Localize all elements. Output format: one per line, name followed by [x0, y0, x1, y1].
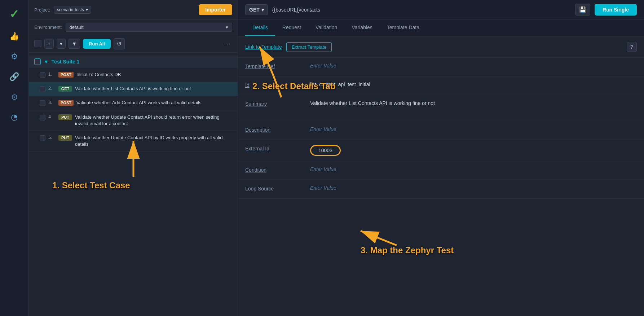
test-checkbox[interactable] — [40, 115, 45, 120]
tab-validation[interactable]: Validation — [308, 19, 344, 36]
field-value-id[interactable]: list_contact_api_test_initial — [310, 82, 637, 87]
left-panel: Project: scenario-tests ▾ Importer Envir… — [29, 0, 238, 316]
test-item[interactable]: 4. PUT Validate whether Update Contact A… — [29, 110, 238, 131]
project-header: Project: scenario-tests ▾ Importer — [29, 0, 238, 20]
tab-template-data[interactable]: Template Data — [380, 19, 427, 36]
field-value-external-id[interactable]: 10003 — [310, 145, 637, 156]
add-dropdown-button[interactable]: ▾ — [57, 39, 66, 49]
test-number: 1. — [48, 71, 56, 77]
test-item[interactable]: 5. PUT Validate whether Update Contact A… — [29, 131, 238, 152]
method-chevron-icon: ▾ — [261, 7, 264, 13]
thumbs-up-icon[interactable]: 👍 — [9, 32, 19, 41]
field-label-id: Id — [245, 82, 303, 88]
tabs-bar: Details Request Validation Variables Tem… — [238, 19, 644, 36]
test-title: Validate whether Add Contact API works w… — [76, 100, 232, 106]
add-button[interactable]: + — [44, 39, 54, 49]
test-title: Validate whether List Contacts API is wo… — [75, 85, 232, 92]
field-label-external-id: External Id — [245, 145, 303, 152]
right-panel: GET ▾ 💾 Run Single Details Request Valid… — [238, 0, 644, 316]
field-label-template-ref: Template Ref — [245, 63, 303, 69]
test-number: 3. — [48, 100, 56, 105]
field-value-loop-source[interactable]: Enter Value — [310, 185, 637, 191]
gear-icon[interactable]: ⚙ — [11, 52, 18, 61]
test-checkbox[interactable] — [40, 86, 45, 92]
method-label: GET — [249, 7, 260, 13]
tab-request[interactable]: Request — [275, 19, 308, 36]
url-bar: GET ▾ 💾 Run Single — [238, 0, 644, 19]
test-checkbox[interactable] — [40, 72, 45, 78]
field-value-summary[interactable]: Validate whether List Contacts API is wo… — [310, 100, 637, 106]
test-item[interactable]: 2. GET Validate whether List Contacts AP… — [29, 82, 238, 96]
field-value-description[interactable]: Enter Value — [310, 126, 637, 132]
project-dropdown[interactable]: scenario-tests ▾ — [54, 6, 91, 14]
external-id-highlight: 10003 — [310, 145, 341, 156]
template-section: Link to Template Extract Template ? — [238, 36, 644, 58]
test-title: Validate whether Update Contact API shou… — [75, 114, 232, 127]
field-row-condition: Condition Enter Value — [238, 161, 644, 180]
chevron-down-icon: ▾ — [86, 7, 88, 12]
test-number: 4. — [48, 114, 56, 119]
help-button[interactable]: ? — [627, 42, 637, 52]
field-label-loop-source: Loop Source — [245, 185, 303, 192]
test-checkbox[interactable] — [40, 100, 45, 106]
field-label-condition: Condition — [245, 166, 303, 173]
filter-button[interactable]: ▼ — [69, 39, 80, 49]
field-row-template-ref: Template Ref Enter Value — [238, 58, 644, 76]
url-input[interactable] — [272, 7, 571, 13]
method-badge-get: GET — [58, 86, 72, 92]
details-content: Link to Template Extract Template ? Temp… — [238, 36, 644, 316]
target-icon[interactable]: ⊙ — [11, 92, 18, 102]
field-row-loop-source: Loop Source Enter Value — [238, 180, 644, 199]
env-name: default — [70, 25, 84, 30]
chart-icon[interactable]: ◔ — [11, 113, 18, 122]
run-all-button[interactable]: Run All — [83, 39, 111, 49]
test-title: Initialize Contacts DB — [76, 71, 232, 78]
env-label: Environment: — [34, 25, 62, 30]
field-row-id: Id list_contact_api_test_initial — [238, 76, 644, 95]
importer-button[interactable]: Importer — [199, 4, 232, 15]
field-row-external-id: External Id 10003 — [238, 140, 644, 161]
icon-sidebar: ✓ 👍 ⚙ 🔗 ⊙ ◔ — [0, 0, 29, 316]
test-item[interactable]: 1. POST Initialize Contacts DB — [29, 68, 238, 82]
toolbar: + ▾ ▼ Run All ↺ ⋯ — [29, 35, 238, 53]
environment-bar: Environment: default ▾ — [29, 20, 238, 35]
method-badge-put: PUT — [58, 114, 72, 120]
suite-triangle-icon: ▼ — [44, 59, 49, 65]
test-number: 2. — [48, 85, 56, 91]
run-single-button[interactable]: Run Single — [595, 4, 637, 16]
more-options-button[interactable]: ⋯ — [222, 38, 232, 49]
refresh-button[interactable]: ↺ — [114, 38, 125, 49]
field-label-description: Description — [245, 126, 303, 133]
field-row-description: Description Enter Value — [238, 121, 644, 140]
method-select[interactable]: GET ▾ — [245, 4, 268, 15]
tab-details[interactable]: Details — [245, 19, 275, 36]
field-value-condition[interactable]: Enter Value — [310, 166, 637, 172]
field-row-summary: Summary Validate whether List Contacts A… — [238, 95, 644, 121]
test-list: ▼ Test Suite 1 1. POST Initialize Contac… — [29, 53, 238, 316]
test-number: 5. — [48, 135, 56, 140]
suite-name: Test Suite 1 — [52, 59, 80, 65]
link-template-button[interactable]: Link to Template — [245, 44, 282, 50]
select-all-checkbox[interactable] — [34, 40, 41, 47]
project-name: scenario-tests — [57, 7, 84, 12]
suite-header[interactable]: ▼ Test Suite 1 — [29, 56, 238, 68]
project-label: Project: — [34, 7, 50, 13]
method-badge-post: POST — [58, 100, 74, 106]
env-dropdown[interactable]: default ▾ — [66, 23, 232, 32]
extract-template-button[interactable]: Extract Template — [286, 42, 332, 52]
tab-variables[interactable]: Variables — [344, 19, 379, 36]
field-label-summary: Summary — [245, 100, 303, 107]
method-badge-post: POST — [58, 72, 74, 78]
save-button[interactable]: 💾 — [575, 4, 590, 16]
test-checkbox[interactable] — [40, 135, 45, 141]
test-title: Validate whether Update Contact API by I… — [75, 135, 232, 148]
method-badge-put: PUT — [58, 135, 72, 141]
suite-checkbox[interactable] — [34, 58, 41, 65]
check-icon: ✓ — [9, 7, 19, 21]
field-value-template-ref[interactable]: Enter Value — [310, 63, 637, 69]
env-chevron-icon: ▾ — [226, 25, 228, 30]
link-icon[interactable]: 🔗 — [9, 72, 19, 82]
test-item[interactable]: 3. POST Validate whether Add Contact API… — [29, 96, 238, 110]
